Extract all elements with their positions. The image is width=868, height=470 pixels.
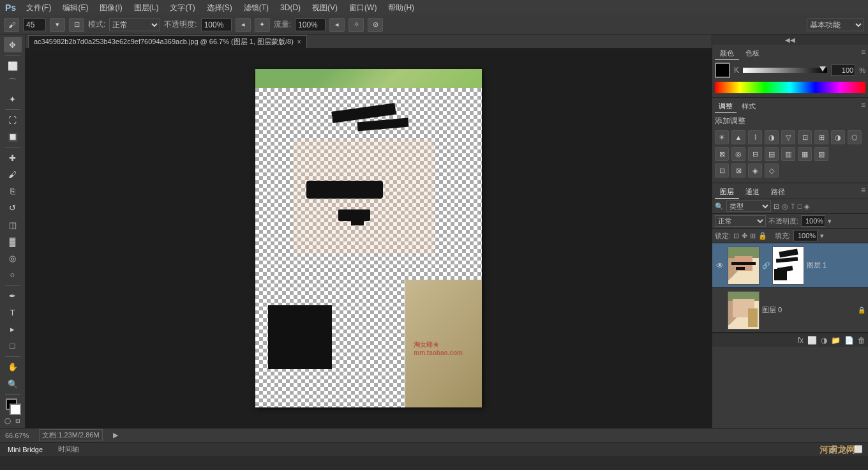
blur-tool[interactable]: ◎ <box>4 250 22 266</box>
adj-invert[interactable]: ⊟ <box>748 147 762 161</box>
adj-threshold[interactable]: ▥ <box>781 147 795 161</box>
lock-artboard-btn[interactable]: ⊞ <box>750 232 756 240</box>
color-spectrum[interactable] <box>715 82 865 93</box>
tab-paths[interactable]: 路径 <box>766 186 790 199</box>
healing-tool[interactable]: ✚ <box>4 150 22 165</box>
status-arrow[interactable]: ▶ <box>113 431 118 439</box>
eyedropper-tool[interactable]: 🔲 <box>4 129 22 144</box>
airbrush-btn[interactable]: ✦ <box>255 18 270 32</box>
opacity-input[interactable] <box>201 19 232 31</box>
adj-channel[interactable]: ⊠ <box>715 147 729 161</box>
flow-input[interactable] <box>295 19 326 31</box>
menu-text[interactable]: 文字(T) <box>165 1 200 15</box>
add-mask-btn[interactable]: ⬜ <box>807 336 817 345</box>
bottom-mask-icon[interactable]: ⬜ <box>854 445 863 453</box>
tab-swatches[interactable]: 色板 <box>740 47 765 60</box>
brush-tool-btn[interactable]: 🖌 <box>4 18 19 32</box>
adj-vibrance[interactable]: ▽ <box>781 130 795 144</box>
menu-help[interactable]: 帮助(H) <box>383 1 419 15</box>
menu-image[interactable]: 图像(I) <box>94 1 127 15</box>
filter-text-icon[interactable]: T <box>791 202 795 210</box>
layer-0-visibility[interactable]: · <box>715 305 725 315</box>
menu-layer[interactable]: 图层(L) <box>129 1 164 15</box>
adj-r3[interactable]: ◈ <box>748 163 762 178</box>
menu-filter[interactable]: 滤镜(T) <box>239 1 274 15</box>
filter-adj-icon[interactable]: ◎ <box>782 202 788 211</box>
adj-lookup[interactable]: ◎ <box>731 147 745 161</box>
menu-view[interactable]: 视图(V) <box>307 1 343 15</box>
history-brush[interactable]: ↺ <box>4 201 22 216</box>
adj-brightness[interactable]: ☀ <box>715 130 729 144</box>
filter-pixel-icon[interactable]: ⊡ <box>774 202 779 211</box>
hand-tool[interactable]: ✋ <box>4 360 22 375</box>
adj-r2[interactable]: ⊠ <box>731 163 745 178</box>
k-value-input[interactable] <box>831 64 855 76</box>
menu-window[interactable]: 窗口(W) <box>344 1 382 15</box>
fill-arrow[interactable]: ▾ <box>820 232 824 240</box>
mini-bridge-tab[interactable]: Mini Bridge <box>5 444 45 455</box>
adj-exposure[interactable]: ◑ <box>765 130 779 144</box>
layer-row-0[interactable]: · 图层 0 🔒 <box>712 288 868 333</box>
adj-hsl[interactable]: ⊡ <box>798 130 812 144</box>
layer-1-visibility[interactable]: 👁 <box>715 261 725 271</box>
tab-layers[interactable]: 图层 <box>715 186 739 199</box>
layers-panel-menu[interactable]: ≡ <box>861 186 865 199</box>
layer-fx-btn[interactable]: fx <box>798 336 804 345</box>
flow-btn[interactable]: ◂ <box>329 18 345 32</box>
lasso-tool[interactable]: ⌒ <box>4 75 22 90</box>
adj-photo[interactable]: ⬡ <box>848 130 862 144</box>
adj-bw[interactable]: ◑ <box>831 130 845 144</box>
path-select-tool[interactable]: ▸ <box>4 322 22 337</box>
menu-edit[interactable]: 编辑(E) <box>57 1 93 15</box>
shape-tool[interactable]: □ <box>4 338 22 354</box>
delete-layer-btn[interactable]: 🗑 <box>858 336 865 345</box>
canvas-container[interactable]: 淘女郎★mm.taobao.com <box>26 49 712 428</box>
adj-r4[interactable]: ◇ <box>765 163 779 178</box>
tab-styles[interactable]: 样式 <box>738 100 760 113</box>
filter-smart-icon[interactable]: ◈ <box>804 202 809 211</box>
color-swatches[interactable] <box>3 398 22 414</box>
adj-panel-menu[interactable]: ≡ <box>861 100 865 113</box>
brush-picker-btn[interactable]: ▾ <box>50 18 65 32</box>
dodge-tool[interactable]: ○ <box>4 267 22 282</box>
blend-mode-select[interactable]: 正常 <box>715 215 766 227</box>
filter-type-select[interactable]: 类型 <box>726 201 771 212</box>
new-layer-btn[interactable]: 📄 <box>844 336 854 345</box>
brush-tool[interactable]: 🖌 <box>4 167 22 183</box>
smooth-btn[interactable]: ✧ <box>348 18 364 32</box>
document-tab[interactable]: ac345982b2b7d0a253b43e62c9ef76094a369acb… <box>28 35 307 48</box>
brush-size-input[interactable] <box>23 19 46 31</box>
opacity-arrow[interactable]: ▾ <box>828 217 832 225</box>
stylus-btn[interactable]: ⊘ <box>368 18 383 32</box>
color-panel-menu[interactable]: ≡ <box>861 47 865 60</box>
new-group-btn[interactable]: 📁 <box>831 336 841 345</box>
adj-curves[interactable]: ⌇ <box>748 130 762 144</box>
tab-close-btn[interactable]: × <box>297 38 301 45</box>
brush-mode-icon[interactable]: ⊡ <box>69 18 84 32</box>
workspace-select[interactable]: 基本功能 <box>807 19 864 31</box>
screen-mode-btn[interactable]: ⊡ <box>13 416 22 425</box>
menu-3d[interactable]: 3D(D) <box>275 2 306 13</box>
eraser-tool[interactable]: ◫ <box>4 217 22 232</box>
marquee-tool[interactable]: ⬜ <box>4 58 22 73</box>
magic-wand-tool[interactable]: ✦ <box>4 91 22 107</box>
adj-selective-color[interactable]: ▧ <box>814 147 828 161</box>
gradient-tool[interactable]: ▓ <box>4 234 22 249</box>
fill-input[interactable] <box>793 230 818 241</box>
tab-adjustments[interactable]: 调整 <box>715 100 737 113</box>
adj-gradient-map[interactable]: ▦ <box>798 147 812 161</box>
tab-channels[interactable]: 通道 <box>740 186 765 199</box>
layer-row-1[interactable]: 👁 🔗 图层 1 <box>712 243 868 288</box>
right-panel-collapse[interactable]: ◀◀ <box>712 34 868 45</box>
pen-tool[interactable]: ✒ <box>4 288 22 303</box>
menu-file[interactable]: 文件(F) <box>21 1 56 15</box>
lock-all-btn[interactable]: 🔒 <box>758 232 767 240</box>
text-tool[interactable]: T <box>4 305 22 321</box>
lock-move-btn[interactable]: ✥ <box>742 232 747 240</box>
layer-1-chain[interactable]: 🔗 <box>762 262 770 269</box>
adj-levels[interactable]: ▲ <box>731 130 745 144</box>
opacity-btn[interactable]: ◂ <box>236 18 251 32</box>
clone-tool[interactable]: ⎘ <box>4 184 22 199</box>
mode-select[interactable]: 正常 <box>109 19 160 31</box>
tab-color[interactable]: 颜色 <box>715 47 739 60</box>
